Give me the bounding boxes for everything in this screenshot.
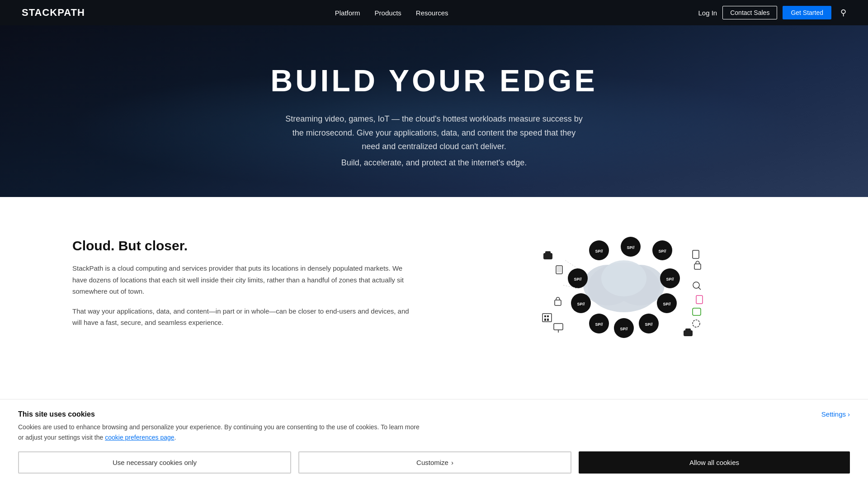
svg-rect-33 xyxy=(547,319,549,321)
cloud-text: Cloud. But closer. StackPath is a cloud … xyxy=(72,238,416,337)
logo[interactable]: STACKPATH xyxy=(22,7,85,19)
cloud-section: Cloud. But closer. StackPath is a cloud … xyxy=(0,197,868,378)
svg-rect-40 xyxy=(696,296,703,304)
svg-text:SP//: SP// xyxy=(620,327,628,331)
svg-rect-37 xyxy=(694,264,701,269)
navbar: STACKPATH Platform Products Resources Lo… xyxy=(0,0,868,25)
svg-text:SP//: SP// xyxy=(658,249,666,253)
svg-point-3 xyxy=(601,260,646,296)
get-started-button[interactable]: Get Started xyxy=(783,6,831,19)
svg-line-39 xyxy=(698,287,701,290)
hero-subtitle: Streaming video, games, IoT — the cloud'… xyxy=(285,112,583,154)
svg-rect-41 xyxy=(693,308,701,315)
nav-products[interactable]: Products xyxy=(375,9,401,17)
hero-title: BUILD YOUR EDGE xyxy=(270,64,597,98)
svg-text:SP//: SP// xyxy=(595,249,603,253)
nav-resources[interactable]: Resources xyxy=(416,9,448,17)
svg-rect-44 xyxy=(685,328,691,332)
nav-links: Platform Products Resources xyxy=(335,9,448,17)
svg-text:SP//: SP// xyxy=(574,277,582,282)
svg-rect-30 xyxy=(544,315,546,317)
svg-point-42 xyxy=(693,320,700,327)
svg-rect-28 xyxy=(555,300,561,305)
svg-rect-31 xyxy=(547,315,549,317)
svg-point-38 xyxy=(693,282,699,288)
svg-rect-36 xyxy=(693,250,699,258)
cloud-para1: StackPath is a cloud computing and servi… xyxy=(72,263,416,297)
login-button[interactable]: Log In xyxy=(698,9,717,17)
svg-text:SP//: SP// xyxy=(595,322,603,327)
nav-actions: Log In Contact Sales Get Started ⚲ xyxy=(698,6,846,19)
contact-sales-button[interactable]: Contact Sales xyxy=(722,6,777,19)
hero-section: BUILD YOUR EDGE Streaming video, games, … xyxy=(0,25,868,197)
svg-text:SP//: SP// xyxy=(663,302,671,306)
cloud-diagram: SP// SP// SP// SP// SP// SP// SP// SP// … xyxy=(452,233,796,342)
svg-text:SP//: SP// xyxy=(666,277,674,282)
cloud-title: Cloud. But closer. xyxy=(72,238,416,253)
network-diagram-svg: SP// SP// SP// SP// SP// SP// SP// SP// … xyxy=(529,233,719,342)
svg-text:SP//: SP// xyxy=(577,302,585,306)
svg-text:SP//: SP// xyxy=(627,245,635,250)
svg-text:SP//: SP// xyxy=(645,322,653,327)
search-icon[interactable]: ⚲ xyxy=(840,8,846,18)
svg-rect-32 xyxy=(544,319,546,321)
svg-rect-27 xyxy=(557,267,561,272)
nav-platform[interactable]: Platform xyxy=(335,9,360,17)
svg-line-45 xyxy=(565,260,578,268)
svg-rect-34 xyxy=(554,324,563,330)
hero-tagline: Build, accelerate, and protect at the in… xyxy=(341,158,527,168)
svg-rect-25 xyxy=(545,251,551,255)
cloud-para2: That way your applications, data, and co… xyxy=(72,305,416,328)
